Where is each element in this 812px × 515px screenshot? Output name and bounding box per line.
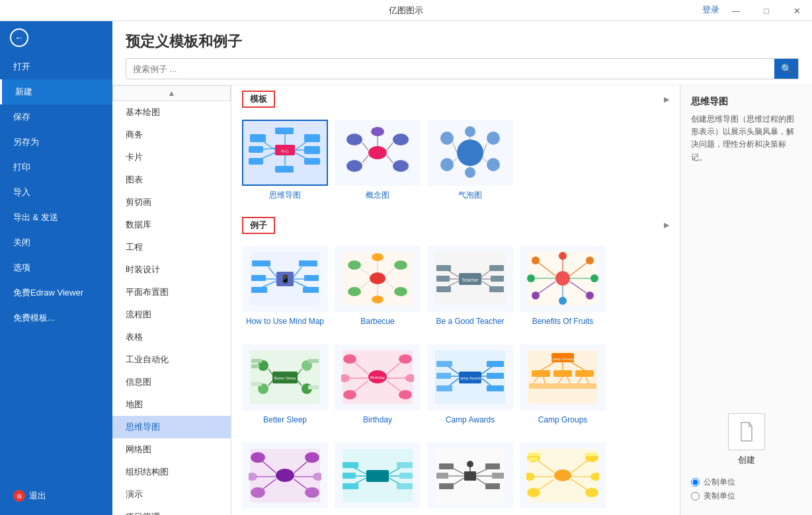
example-barbecue[interactable]: Barbecue [335, 246, 421, 327]
examples-scroll-right[interactable]: ▶ [664, 221, 669, 229]
example-thumb-11 [427, 442, 513, 508]
svg-point-62 [394, 287, 407, 296]
example-birthday[interactable]: Birthday [335, 344, 421, 426]
create-label[interactable]: 创建 [691, 454, 801, 466]
unit-imperial-radio[interactable] [691, 492, 700, 500]
sidebar-item-options[interactable]: 选项 [0, 255, 112, 280]
svg-point-21 [346, 160, 362, 172]
example-camp-awards[interactable]: Camp Awards [427, 344, 513, 426]
svg-rect-212 [492, 473, 504, 479]
back-icon: ← [10, 28, 28, 47]
svg-point-216 [554, 469, 571, 481]
window-controls: — □ ✕ [721, 0, 812, 21]
svg-rect-15 [275, 128, 294, 134]
category-item-pm[interactable]: 项目管理 [112, 506, 231, 515]
svg-rect-214 [485, 483, 500, 489]
sidebar-item-close[interactable]: 关闭 [0, 230, 112, 255]
category-item-flowchart[interactable]: 流程图 [112, 303, 231, 326]
login-button[interactable]: 登录 [702, 4, 719, 16]
example-how-to-use[interactable]: 📱 [242, 246, 328, 327]
svg-rect-3 [250, 134, 266, 142]
example-9[interactable] [242, 442, 328, 512]
sidebar-item-exit[interactable]: ⊖ 退出 [0, 483, 112, 508]
main-container: ← 打开 新建 保存 另存为 打印 导入 导出 & 发送 关闭 选项 免费Edr… [0, 21, 812, 515]
svg-point-20 [393, 134, 409, 145]
svg-rect-194 [397, 462, 413, 468]
category-item-chart[interactable]: 图表 [112, 169, 231, 191]
example-10[interactable] [335, 442, 421, 512]
svg-rect-204 [436, 473, 448, 479]
category-item-engineering[interactable]: 工程 [112, 236, 231, 258]
category-item-org[interactable]: 组织结构图 [112, 461, 231, 483]
examples-row-3 [231, 436, 680, 515]
unit-metric[interactable]: 公制单位 [691, 477, 801, 488]
svg-rect-219 [528, 453, 540, 456]
svg-text:Better Sleep: Better Sleep [274, 376, 296, 380]
category-item-mindmap[interactable]: 思维导图 [112, 416, 231, 438]
example-better-sleep[interactable]: Better Sleep [242, 344, 328, 426]
sidebar-item-import[interactable]: 导入 [0, 180, 112, 205]
category-item-industrial[interactable]: 工业自动化 [112, 348, 231, 371]
unit-imperial[interactable]: 美制单位 [691, 491, 801, 502]
svg-rect-158 [575, 370, 594, 377]
category-item-presentation[interactable]: 演示 [112, 483, 231, 506]
svg-rect-81 [489, 265, 504, 271]
example-camp-groups[interactable]: Camp Groups [520, 344, 606, 426]
category-item-clip[interactable]: 剪切画 [112, 191, 231, 214]
templates-scroll-right[interactable]: ▶ [664, 95, 669, 104]
sidebar-item-save[interactable]: 保存 [0, 104, 112, 130]
close-button[interactable]: ✕ [782, 0, 812, 21]
example-fruits[interactable]: Benefits Of Fruits [520, 246, 606, 327]
sidebar-item-free-viewer[interactable]: 免费Edraw Viewer [0, 280, 112, 305]
category-item-map[interactable]: 地图 [112, 393, 231, 416]
maximize-button[interactable]: □ [751, 0, 782, 21]
svg-text:中心: 中心 [281, 149, 289, 153]
svg-point-99 [586, 292, 594, 299]
unit-metric-radio[interactable] [691, 478, 700, 487]
category-item-business[interactable]: 商务 [112, 124, 231, 146]
category-item-table[interactable]: 表格 [112, 326, 231, 348]
sidebar-item-new[interactable]: 新建 [0, 79, 112, 104]
svg-rect-143 [487, 385, 504, 391]
svg-point-101 [559, 252, 567, 260]
category-item-basic[interactable]: 基本绘图 [112, 101, 231, 124]
back-button[interactable]: ← [0, 21, 112, 54]
svg-point-59 [348, 260, 361, 270]
svg-point-180 [305, 452, 319, 463]
sidebar-item-saveas[interactable]: 另存为 [0, 130, 112, 155]
example-thumb-fruits [520, 246, 606, 312]
create-icon[interactable] [728, 413, 765, 450]
example-12[interactable] [520, 442, 606, 512]
search-input[interactable] [126, 60, 774, 78]
category-item-card[interactable]: 卡片 [112, 146, 231, 169]
category-item-floorplan[interactable]: 平面布置图 [112, 281, 231, 303]
svg-rect-17 [275, 166, 294, 173]
search-button[interactable]: 🔍 [774, 59, 798, 79]
category-item-network[interactable]: 网络图 [112, 438, 231, 461]
svg-rect-118 [308, 359, 319, 363]
svg-rect-227 [585, 453, 597, 456]
template-concept[interactable]: 概念图 [335, 120, 421, 201]
category-item-database[interactable]: 数据库 [112, 214, 231, 236]
svg-text:Birthday: Birthday [370, 376, 385, 379]
svg-point-34 [465, 167, 475, 178]
sidebar-item-free-template[interactable]: 免费模板... [0, 305, 112, 331]
example-name-camp-groups: Camp Groups [520, 415, 606, 426]
sidebar-item-open[interactable]: 打开 [0, 54, 112, 79]
category-item-infographic[interactable]: 信息图 [112, 371, 231, 393]
template-bubble[interactable]: 气泡图 [427, 120, 513, 201]
category-item-fashion[interactable]: 时装设计 [112, 258, 231, 281]
svg-point-130 [399, 354, 412, 364]
template-mindmap[interactable]: 中心 [242, 120, 328, 201]
example-name-fruits: Benefits Of Fruits [520, 316, 606, 327]
svg-rect-190 [343, 473, 356, 479]
minimize-button[interactable]: — [721, 0, 751, 21]
example-good-teacher[interactable]: Teacher [427, 246, 513, 327]
svg-line-38 [483, 143, 487, 153]
panel-description: 创建思维导图（思维过程的图形表示）以展示头脑风暴，解决问题，理性分析和决策标记。 [691, 113, 801, 164]
example-11[interactable] [427, 442, 513, 512]
sidebar-item-export[interactable]: 导出 & 发送 [0, 205, 112, 230]
svg-rect-186 [366, 470, 389, 482]
category-scroll-up[interactable]: ▲ [112, 85, 231, 101]
sidebar-item-print[interactable]: 打印 [0, 155, 112, 180]
